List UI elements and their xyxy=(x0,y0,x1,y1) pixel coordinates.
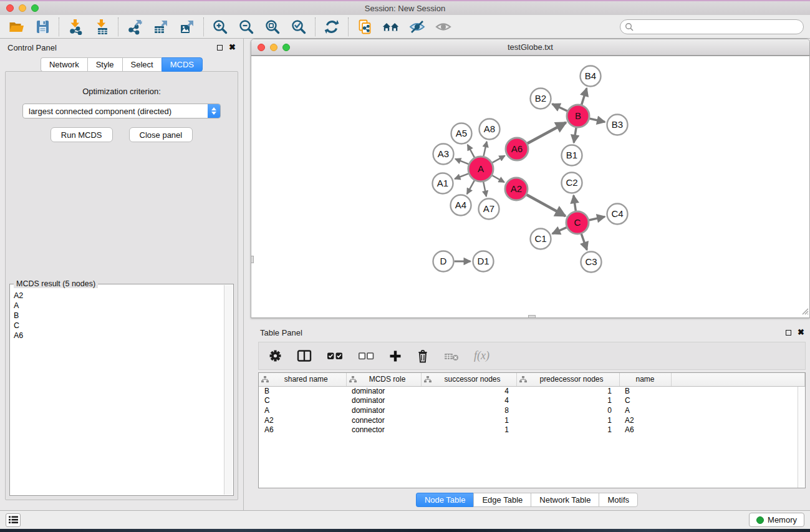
zoom-fit-icon[interactable] xyxy=(264,18,281,36)
search-input[interactable] xyxy=(620,19,804,34)
network-view-window: testGlobe.txt AA6A2BCA1A3A4A5A7A8B1B2B3B… xyxy=(251,39,810,318)
homes-icon[interactable] xyxy=(382,18,400,36)
tab-node-table[interactable]: Node Table xyxy=(416,493,474,507)
graph-node-A5[interactable]: A5 xyxy=(451,123,472,144)
svg-text:B3: B3 xyxy=(612,119,623,130)
edge-B-B2 xyxy=(552,104,567,111)
tab-style[interactable]: Style xyxy=(87,57,122,72)
graph-node-A2[interactable]: A2 xyxy=(505,178,528,200)
result-item[interactable]: C xyxy=(14,321,224,331)
select-stepper-icon[interactable] xyxy=(208,104,220,118)
criterion-select[interactable]: largest connected component (directed) xyxy=(22,104,221,118)
gear-icon[interactable] xyxy=(269,349,282,362)
close-panel-icon[interactable]: ✖ xyxy=(229,44,236,51)
graph-node-D[interactable]: D xyxy=(433,251,454,272)
table-row[interactable]: Cdominator41C xyxy=(259,396,805,406)
show-eye-icon[interactable] xyxy=(435,18,452,36)
hide-eye-icon[interactable] xyxy=(408,18,426,36)
export-network-icon[interactable] xyxy=(126,18,143,36)
column-header-predecessor-nodes[interactable]: predecessor nodes xyxy=(516,373,619,386)
column-header-name[interactable]: name xyxy=(619,373,671,386)
graph-node-A7[interactable]: A7 xyxy=(479,199,499,220)
tab-mcds[interactable]: MCDS xyxy=(162,57,203,72)
window-title: Session: New Session xyxy=(0,4,810,13)
result-item[interactable]: A2 xyxy=(14,291,224,301)
edge-C-C4 xyxy=(589,216,605,220)
result-list-scrollbar[interactable] xyxy=(224,285,233,495)
table-row[interactable]: Bdominator41B xyxy=(259,386,805,396)
zoom-selected-icon[interactable] xyxy=(290,18,307,36)
table-row[interactable]: Adominator80A xyxy=(259,405,805,415)
graph-node-B[interactable]: B xyxy=(567,105,589,127)
graph-node-B1[interactable]: B1 xyxy=(562,145,582,166)
network-canvas[interactable]: AA6A2BCA1A3A4A5A7A8B1B2B3B4C1C2C3C4DD1 xyxy=(251,56,809,317)
copy-network-icon[interactable] xyxy=(356,18,374,36)
cell-MCDS-role: dominator xyxy=(346,396,421,406)
result-item[interactable]: A xyxy=(14,301,224,311)
graph-node-C[interactable]: C xyxy=(566,211,589,234)
graph-node-A8[interactable]: A8 xyxy=(480,119,500,140)
cell-shared-name: A2 xyxy=(259,415,346,425)
open-file-icon[interactable] xyxy=(7,18,25,36)
table-row[interactable]: A6connector11A6 xyxy=(259,425,805,435)
tab-select[interactable]: Select xyxy=(122,57,162,72)
column-header-successor-nodes[interactable]: successor nodes xyxy=(421,373,516,386)
svg-text:A6: A6 xyxy=(511,143,523,154)
tab-motifs[interactable]: Motifs xyxy=(599,493,638,507)
save-session-icon[interactable] xyxy=(34,18,51,36)
run-mcds-button[interactable]: Run MCDS xyxy=(51,127,113,142)
graph-node-C2[interactable]: C2 xyxy=(562,173,582,193)
deselect-all-icon[interactable] xyxy=(358,351,374,361)
svg-text:C1: C1 xyxy=(534,233,546,244)
resize-grip-icon[interactable] xyxy=(800,306,809,317)
left-resize-grip[interactable] xyxy=(251,256,254,263)
refresh-icon[interactable] xyxy=(323,18,340,36)
result-item[interactable]: A6 xyxy=(14,331,224,341)
cell-name: C xyxy=(619,396,671,406)
tab-edge-table[interactable]: Edge Table xyxy=(473,493,531,507)
graph-node-A6[interactable]: A6 xyxy=(506,138,528,160)
column-header-shared-name[interactable]: shared name xyxy=(259,373,346,386)
delete-column-icon[interactable] xyxy=(417,349,429,363)
zoom-in-icon[interactable] xyxy=(211,18,229,36)
close-panel-button[interactable]: Close panel xyxy=(129,127,193,142)
graph-node-A4[interactable]: A4 xyxy=(451,195,471,216)
column-header-MCDS-role[interactable]: MCDS role xyxy=(346,373,421,386)
export-table-icon[interactable] xyxy=(152,18,170,36)
float-table-panel-icon[interactable] xyxy=(786,330,791,336)
zoom-out-icon[interactable] xyxy=(238,18,255,36)
memory-button[interactable]: Memory xyxy=(749,513,804,527)
graph-node-C1[interactable]: C1 xyxy=(531,229,551,249)
edge-A-A6 xyxy=(492,156,504,163)
graph-node-B3[interactable]: B3 xyxy=(607,115,628,135)
import-table-icon[interactable] xyxy=(93,18,110,36)
graph-node-C4[interactable]: C4 xyxy=(607,204,628,225)
control-tabs: NetworkStyleSelectMCDS xyxy=(0,57,243,72)
network-window-titlebar[interactable]: testGlobe.txt xyxy=(251,39,809,56)
graph-node-A3[interactable]: A3 xyxy=(433,144,454,165)
svg-text:A1: A1 xyxy=(437,178,448,188)
graph-node-C3[interactable]: C3 xyxy=(581,252,602,273)
import-network-icon[interactable] xyxy=(67,18,84,36)
bottom-resize-grip[interactable] xyxy=(528,315,536,318)
graph-node-D1[interactable]: D1 xyxy=(473,251,494,272)
task-history-icon[interactable] xyxy=(6,513,21,527)
tab-network-table[interactable]: Network Table xyxy=(531,493,599,507)
graph-node-A[interactable]: A xyxy=(468,157,493,181)
select-all-icon[interactable] xyxy=(327,351,343,361)
add-column-icon[interactable] xyxy=(389,350,402,362)
export-image-icon[interactable] xyxy=(178,18,196,36)
result-item[interactable]: B xyxy=(14,311,224,321)
float-panel-icon[interactable] xyxy=(217,45,223,51)
graph-node-B2[interactable]: B2 xyxy=(531,89,551,109)
graph-node-A1[interactable]: A1 xyxy=(433,173,453,194)
table-scrollbar[interactable] xyxy=(798,387,805,488)
graph-node-B4[interactable]: B4 xyxy=(581,66,601,87)
tab-network[interactable]: Network xyxy=(41,57,87,72)
svg-text:B4: B4 xyxy=(585,70,596,81)
close-table-panel-icon[interactable]: ✖ xyxy=(798,329,804,336)
column-layout-icon[interactable] xyxy=(297,349,312,362)
table-row[interactable]: A2connector11A2 xyxy=(259,415,805,425)
control-panel-title: Control Panel xyxy=(7,43,57,52)
cell-MCDS-role: connector xyxy=(346,425,421,435)
